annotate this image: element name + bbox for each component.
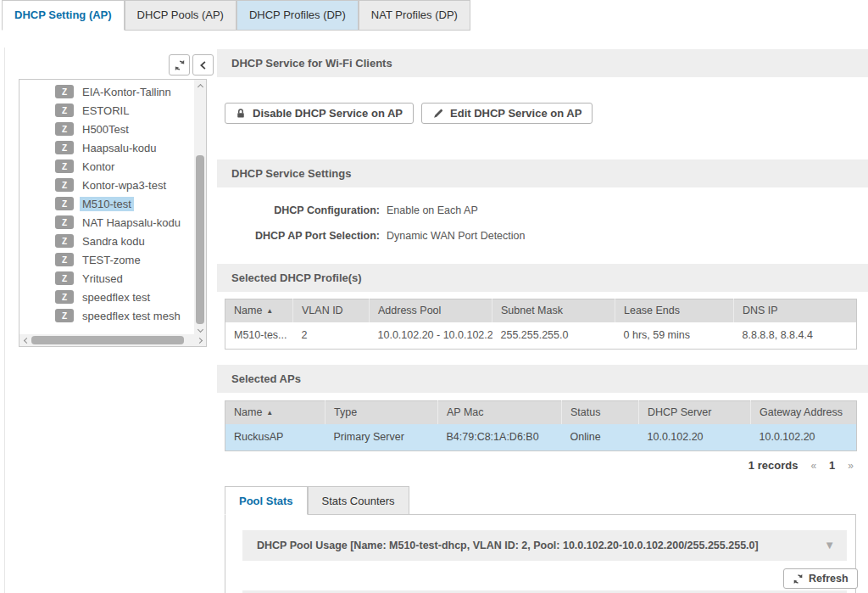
tree-refresh-button[interactable] <box>169 54 190 76</box>
zone-icon: Z <box>55 234 74 248</box>
tree-item-label: H500Test <box>80 122 131 137</box>
zone-icon: Z <box>55 197 74 210</box>
action-buttons: Disable DHCP Service on AP Edit DHCP Ser… <box>225 103 593 124</box>
zone-tree: ZEIA-Kontor-Tallinn ZESTORIL ZH500Test Z… <box>19 82 194 325</box>
page-next-icon[interactable]: » <box>848 460 854 472</box>
refresh-label: Refresh <box>809 573 849 585</box>
page-title: DHCP Service for Wi-Fi Clients <box>217 49 868 77</box>
table-row-selected[interactable]: RuckusAP Primary Server B4:79:C8:1A:D6:B… <box>225 424 857 451</box>
tree-item[interactable]: Zspeedflex test mesh <box>19 306 194 325</box>
tree-item-label: speedflex test mesh <box>80 309 183 323</box>
tree-item[interactable]: ZESTORIL <box>19 101 194 120</box>
pool-usage-label: DHCP Pool Usage [Name: M510-test-dhcp, V… <box>257 540 759 551</box>
refresh-icon <box>793 573 804 585</box>
tree-item-label: Sandra kodu <box>80 234 147 249</box>
tree-item[interactable]: ZH500Test <box>19 120 194 138</box>
chevron-left-icon <box>198 60 209 70</box>
tree-item[interactable]: ZHaapsalu-kodu <box>19 138 194 157</box>
zone-tree-panel: ZEIA-Kontor-Tallinn ZESTORIL ZH500Test Z… <box>19 79 207 347</box>
tab-pool-stats[interactable]: Pool Stats <box>225 486 308 515</box>
tree-item[interactable]: ZSandra kodu <box>19 232 194 250</box>
refresh-button[interactable]: Refresh <box>783 568 858 589</box>
edit-dhcp-button[interactable]: Edit DHCP Service on AP <box>421 103 593 124</box>
lock-icon <box>236 108 246 119</box>
setting-value: Dynamic WAN Port Detection <box>387 230 525 242</box>
tab-stats-counters[interactable]: Stats Counters <box>308 486 409 515</box>
column-header-name[interactable]: Name▲ <box>225 401 326 424</box>
scroll-right-icon[interactable] <box>194 334 206 346</box>
selected-aps-table: Name▲ Type AP Mac Status DHCP Server Gat… <box>225 400 857 451</box>
tree-item[interactable]: ZKontor-wpa3-test <box>19 176 194 194</box>
tree-item[interactable]: ZKontor <box>19 157 194 176</box>
zone-icon: Z <box>55 122 74 136</box>
cell-address-pool: 10.0.102.20 - 10.0.102.2... <box>370 322 492 350</box>
zone-icon: Z <box>55 271 74 285</box>
pagination: 1 records « 1 » <box>748 459 854 472</box>
tree-toolbar <box>169 54 214 76</box>
tree-item[interactable]: ZNAT Haapsalu-kodu <box>19 213 194 232</box>
tab-dhcp-profiles-dp[interactable]: DHCP Profiles (DP) <box>236 0 359 31</box>
tree-item-label: NAT Haapsalu-kodu <box>80 215 183 230</box>
cell-gateway-address: 10.0.102.20 <box>751 424 857 451</box>
scroll-left-icon[interactable] <box>19 334 31 346</box>
column-header-status[interactable]: Status <box>562 401 639 424</box>
top-tab-bar: DHCP Setting (AP) DHCP Pools (AP) DHCP P… <box>2 0 470 31</box>
tab-dhcp-setting-ap[interactable]: DHCP Setting (AP) <box>2 0 125 31</box>
column-header-lease-ends[interactable]: Lease Ends <box>615 299 734 322</box>
tree-item-label: speedflex test <box>80 290 153 305</box>
zone-icon: Z <box>55 178 74 192</box>
page-number[interactable]: 1 <box>829 459 835 472</box>
sort-asc-icon: ▲ <box>266 307 273 315</box>
sort-asc-icon: ▲ <box>266 409 273 417</box>
column-header-gateway-address[interactable]: Gateway Address <box>751 401 857 424</box>
tree-item-label: M510-test <box>80 197 134 211</box>
tree-item[interactable]: ZYritused <box>19 269 194 288</box>
scroll-up-icon[interactable] <box>194 80 206 92</box>
dhcp-settings: DHCP Configuration: Enable on Each AP DH… <box>217 198 525 249</box>
tree-item-label: EIA-Kontor-Tallinn <box>80 85 174 99</box>
page-prev-icon[interactable]: « <box>810 460 816 472</box>
cell-name: RuckusAP <box>225 424 326 451</box>
tree-vertical-scrollbar[interactable] <box>194 80 206 336</box>
tree-item-label: Haapsalu-kodu <box>80 141 159 155</box>
zone-icon: Z <box>55 290 74 304</box>
stats-tab-bar: Pool Stats Stats Counters <box>225 486 409 515</box>
setting-row: DHCP Configuration: Enable on Each AP <box>217 198 525 223</box>
cell-status: Online <box>562 424 639 451</box>
tree-horizontal-scrollbar[interactable] <box>19 334 206 346</box>
cell-name: M510-tes... <box>225 322 293 350</box>
column-header-name[interactable]: Name▲ <box>225 299 293 322</box>
zone-icon: Z <box>55 141 74 154</box>
column-header-vlan-id[interactable]: VLAN ID <box>293 299 370 322</box>
vertical-scroll-thumb[interactable] <box>196 155 204 324</box>
column-header-dns-ip[interactable]: DNS IP <box>734 299 857 322</box>
table-header-row: Name▲ Type AP Mac Status DHCP Server Gat… <box>225 401 857 424</box>
column-header-dhcp-server[interactable]: DHCP Server <box>639 401 751 424</box>
column-header-subnet-mask[interactable]: Subnet Mask <box>492 299 615 322</box>
chevron-down-icon[interactable]: ▼ <box>824 530 835 561</box>
cell-dhcp-server: 10.0.102.20 <box>639 424 751 451</box>
dhcp-pool-usage-bar[interactable]: DHCP Pool Usage [Name: M510-test-dhcp, V… <box>242 530 847 561</box>
tab-dhcp-pools-ap[interactable]: DHCP Pools (AP) <box>125 0 236 31</box>
setting-row: DHCP AP Port Selection: Dynamic WAN Port… <box>217 223 525 249</box>
tab-nat-profiles-dp[interactable]: NAT Profiles (DP) <box>359 0 470 31</box>
column-header-ap-mac[interactable]: AP Mac <box>438 401 562 424</box>
tree-item[interactable]: ZTEST-zome <box>19 250 194 269</box>
tree-item-label: TEST-zome <box>80 253 143 267</box>
disable-dhcp-button[interactable]: Disable DHCP Service on AP <box>225 103 414 124</box>
column-header-address-pool[interactable]: Address Pool <box>370 299 492 322</box>
disable-dhcp-label: Disable DHCP Service on AP <box>253 107 403 120</box>
zone-icon: Z <box>55 215 74 229</box>
tree-item-selected[interactable]: ZM510-test <box>19 194 194 213</box>
refresh-icon <box>174 59 186 71</box>
tree-item[interactable]: Zspeedflex test <box>19 288 194 306</box>
tree-item-label: ESTORIL <box>80 103 131 118</box>
tree-item[interactable]: ZEIA-Kontor-Tallinn <box>19 82 194 101</box>
setting-label: DHCP Configuration: <box>217 204 380 216</box>
tree-collapse-button[interactable] <box>192 54 214 76</box>
zone-icon: Z <box>55 309 74 322</box>
column-header-type[interactable]: Type <box>326 401 438 424</box>
table-row[interactable]: M510-tes... 2 10.0.102.20 - 10.0.102.2..… <box>225 322 857 350</box>
horizontal-scroll-thumb[interactable] <box>31 336 184 344</box>
tree-item-label: Kontor-wpa3-test <box>80 178 169 193</box>
